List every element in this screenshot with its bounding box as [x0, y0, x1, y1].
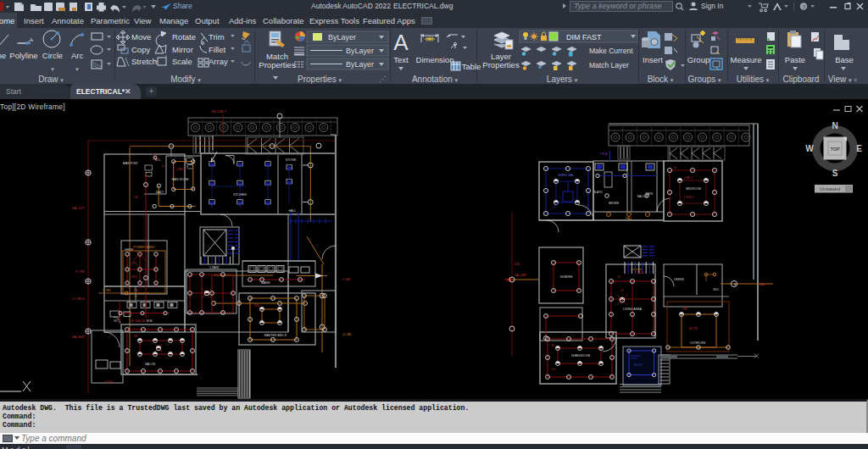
svg-text:S/F1: S/F1 [254, 304, 260, 308]
svg-text:1-PANT: 1-PANT [209, 266, 220, 269]
svg-text:DAILY: DAILY [156, 191, 164, 194]
svg-text:BALC-W: BALC-W [637, 195, 648, 198]
svg-text:Y-1-SBLG: Y-1-SBLG [71, 297, 85, 301]
svg-text:W: W [805, 144, 814, 153]
svg-text:WASH: WASH [261, 281, 270, 285]
svg-text:4-RD-2: 4-RD-2 [684, 176, 693, 180]
svg-text:BEDRM: BEDRM [609, 202, 619, 205]
svg-text:1-TRD-4: 1-TRD-4 [634, 271, 644, 274]
svg-text:SAL-BNT: SAL-BNT [72, 335, 86, 339]
svg-text:ByLayer: ByLayer [346, 60, 374, 69]
svg-text:SUNKEN: SUNKEN [560, 275, 573, 279]
svg-text:?: ? [802, 3, 805, 11]
svg-text:W.BEDROOM: W.BEDROOM [571, 354, 590, 358]
svg-text:1-B: 1-B [133, 196, 138, 199]
svg-text:1-B: 1-B [133, 289, 138, 292]
svg-text:S-6: S-6 [552, 368, 556, 371]
svg-text:1XF1: 1XF1 [131, 275, 137, 279]
svg-text:2-DB: 2-DB [342, 278, 350, 281]
svg-text:BY-SALON: BY-SALON [131, 319, 146, 323]
svg-text:L6: L6 [134, 295, 137, 298]
svg-text:S/F: S/F [134, 335, 138, 338]
svg-text:W.IC: W.IC [714, 288, 721, 291]
svg-text:1-SOV: 1-SOV [104, 380, 113, 384]
svg-text:A: A [393, 30, 409, 55]
svg-text:POWER WARD: POWER WARD [133, 246, 155, 249]
svg-text:L-P: L-P [620, 289, 624, 292]
svg-text:BAR PONT: BAR PONT [123, 162, 139, 165]
svg-text:W-TLT: W-TLT [634, 363, 643, 367]
svg-text:W.C: W.C [114, 319, 119, 323]
svg-text:TAB-7: TAB-7 [759, 283, 767, 286]
svg-text:L4: L4 [673, 166, 676, 169]
svg-text:1-STR-4: 1-STR-4 [683, 196, 693, 199]
svg-text:GB-DIM-T: GB-DIM-T [211, 109, 227, 114]
svg-text:(1.2B): (1.2B) [342, 333, 352, 336]
svg-text:N: N [832, 121, 837, 130]
svg-text:4-L: 4-L [162, 164, 166, 168]
svg-text:4-WC: 4-WC [514, 263, 520, 266]
svg-text:W-M: W-M [147, 319, 153, 323]
svg-text:4"F1: 4"F1 [131, 262, 137, 265]
svg-text:MASTER BED-R: MASTER BED-R [264, 334, 287, 337]
svg-text:DIM FAST: DIM FAST [566, 33, 602, 42]
svg-text:Unsaved: Unsaved [820, 186, 841, 191]
svg-text:B: B [734, 283, 736, 286]
svg-text:SAL-DPT: SAL-DPT [72, 207, 86, 210]
svg-text:TOP: TOP [830, 147, 840, 152]
svg-text:SAL-4MP: SAL-4MP [515, 274, 527, 277]
svg-text:Match Layer: Match Layer [589, 61, 629, 69]
svg-text:1-SBLG: 1-SBLG [176, 168, 186, 171]
svg-text:M-1: M-1 [552, 344, 556, 347]
svg-text:HALL: HALL [289, 209, 297, 213]
svg-text:E: E [856, 144, 862, 153]
svg-text:LIVING AREA: LIVING AREA [623, 308, 642, 311]
svg-text:F-TBK: F-TBK [76, 270, 86, 274]
svg-text:B-ATIC: B-ATIC [594, 191, 604, 194]
svg-text:M/BED WAL: M/BED WAL [559, 174, 575, 177]
svg-text:S: S [832, 169, 838, 178]
svg-text:ByLayer: ByLayer [346, 47, 374, 55]
svg-text:SALON: SALON [145, 363, 156, 366]
svg-text:DRESS: DRESS [674, 278, 684, 281]
svg-text:MAID ROOM: MAID ROOM [172, 178, 189, 181]
svg-text:STORE: STORE [286, 158, 297, 162]
svg-text:OUTER-RM: OUTER-RM [690, 341, 705, 345]
svg-text:S/F2: S/F2 [682, 308, 687, 311]
svg-text:BEDROOM: BEDROOM [686, 187, 701, 191]
svg-text:BLOCK: BLOCK [689, 327, 698, 330]
svg-text:LIV: LIV [617, 275, 620, 279]
svg-text:HALL: HALL [626, 217, 632, 220]
svg-text:T-PLE: T-PLE [599, 152, 608, 156]
svg-text:KITCHEN: KITCHEN [233, 193, 247, 197]
svg-text:Make Current: Make Current [589, 47, 633, 55]
svg-text:F-TBK: F-TBK [103, 289, 111, 292]
svg-text:ByLayer: ByLayer [328, 33, 356, 42]
